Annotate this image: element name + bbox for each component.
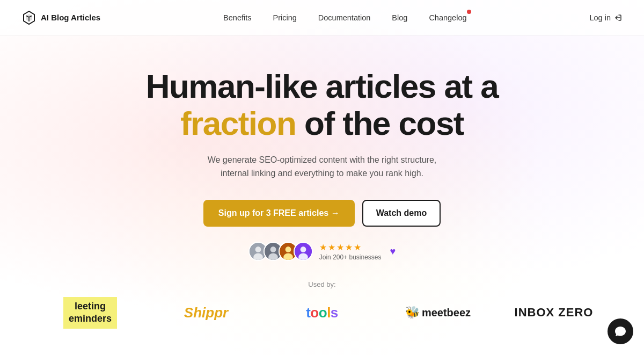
meetbeez-text: meetbeez [422, 307, 471, 319]
svg-point-4 [270, 247, 276, 252]
hero-subtitle: We generate SEO-optimized content with t… [193, 153, 451, 180]
signup-button[interactable]: Sign up for 3 FREE articles → [203, 200, 355, 227]
stars-section: ★ ★ ★ ★ ★ Join 200+ businesses [319, 242, 382, 261]
star-2: ★ [328, 242, 335, 252]
brand-leeting: leeting eminders [32, 297, 148, 329]
login-button[interactable]: Log in [589, 13, 623, 22]
brand-tools: tools [264, 305, 380, 321]
hero-section: Human-like articles at a fraction of the… [0, 35, 644, 261]
hero-title-highlight: fraction [180, 105, 296, 142]
brand-shippr: Shippr [148, 305, 264, 321]
signup-button-label: Sign up for 3 FREE articles → [218, 208, 340, 218]
hero-title: Human-like articles at a fraction of the… [146, 68, 499, 142]
star-1: ★ [319, 242, 327, 252]
login-icon [614, 13, 623, 22]
nav-changelog[interactable]: Changelog [429, 13, 466, 22]
watch-demo-button[interactable]: Watch demo [362, 200, 441, 227]
brand-meetbeez: 🐝 meetbeez [380, 306, 496, 320]
chat-icon [614, 325, 626, 337]
star-4: ★ [345, 242, 353, 252]
logo-icon [21, 10, 36, 25]
shippr-logo: Shippr [184, 305, 228, 321]
nav-links: Benefits Pricing Documentation Blog Chan… [223, 13, 466, 23]
inboxzero-logo: INBOX ZERO [515, 306, 594, 320]
leeting-logo: leeting eminders [63, 297, 117, 329]
svg-point-2 [253, 253, 263, 261]
nav-blog[interactable]: Blog [392, 13, 407, 22]
logo-link[interactable]: AI Blog Articles [21, 10, 100, 25]
svg-point-1 [255, 247, 261, 252]
svg-point-10 [300, 247, 306, 252]
watch-demo-label: Watch demo [376, 208, 427, 218]
svg-point-7 [285, 247, 291, 252]
hero-title-line1: Human-like articles at a [146, 68, 499, 105]
join-count-text: Join 200+ businesses [319, 253, 382, 261]
star-5: ★ [354, 242, 361, 252]
tools-logo: tools [306, 305, 338, 321]
logo-text: AI Blog Articles [41, 13, 100, 22]
navbar: AI Blog Articles Benefits Pricing Docume… [0, 0, 644, 35]
nav-right: Log in [589, 13, 623, 22]
used-by-section: Used by: leeting eminders Shippr tools 🐝… [0, 280, 644, 329]
svg-point-5 [268, 253, 278, 261]
changelog-notification-dot [467, 10, 471, 14]
avatar-group [248, 242, 313, 261]
star-rating: ★ ★ ★ ★ ★ [319, 242, 361, 252]
brand-inboxzero: INBOX ZERO [496, 306, 612, 320]
nav-documentation[interactable]: Documentation [318, 13, 371, 22]
nav-pricing[interactable]: Pricing [273, 13, 296, 22]
brand-logos: leeting eminders Shippr tools 🐝 meetbeez… [0, 297, 644, 329]
avatar [294, 242, 313, 261]
social-proof: ★ ★ ★ ★ ★ Join 200+ businesses ♥ [248, 242, 396, 261]
heart-icon: ♥ [390, 246, 396, 257]
login-label: Log in [589, 13, 611, 22]
nav-benefits[interactable]: Benefits [223, 13, 251, 22]
svg-point-11 [298, 253, 308, 261]
meetbeez-logo: 🐝 meetbeez [405, 306, 471, 320]
bee-icon: 🐝 [405, 306, 420, 320]
chat-bubble-button[interactable] [608, 318, 633, 344]
star-3: ★ [336, 242, 344, 252]
hero-title-line2: of the cost [304, 105, 464, 142]
svg-point-8 [283, 253, 293, 261]
cta-buttons: Sign up for 3 FREE articles → Watch demo [203, 200, 441, 227]
used-by-label: Used by: [0, 280, 644, 288]
